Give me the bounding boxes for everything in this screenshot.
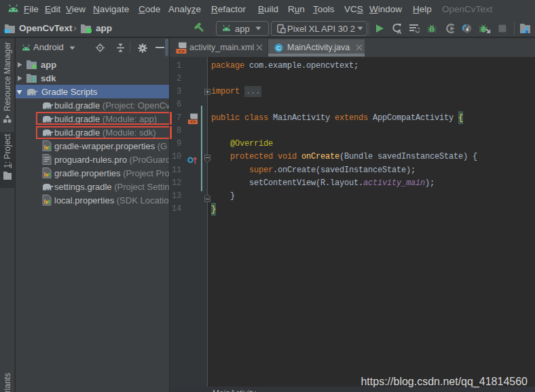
svg-text:<>: <> bbox=[178, 49, 185, 54]
svg-text:<>: <> bbox=[190, 119, 196, 124]
svg-text:A: A bbox=[397, 28, 401, 35]
svg-text:C: C bbox=[276, 44, 281, 52]
